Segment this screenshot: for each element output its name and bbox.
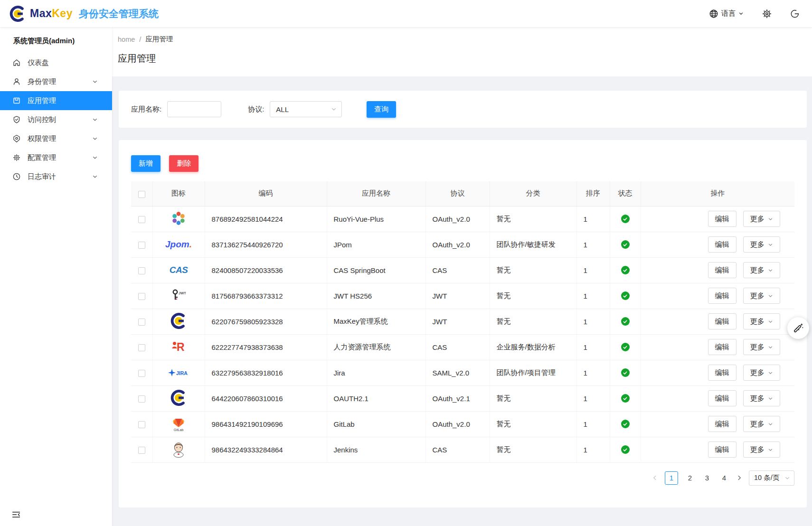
row-checkbox[interactable]: [138, 267, 145, 274]
brand-subtitle: 身份安全管理系统: [79, 7, 159, 20]
edit-button[interactable]: 编辑: [708, 416, 736, 432]
menu-item-icon: [12, 172, 21, 181]
sidebar-menu-item[interactable]: 配置管理: [0, 148, 112, 167]
app-code: 986432249333284864: [205, 437, 327, 462]
app-protocol: CAS: [425, 334, 490, 360]
menu-item-label: 身份管理: [28, 77, 56, 86]
chevron-down-icon: [768, 319, 773, 324]
edit-button[interactable]: 编辑: [708, 390, 736, 406]
row-checkbox[interactable]: [138, 293, 145, 300]
sidebar-menu-item[interactable]: 仪表盘: [0, 53, 112, 72]
more-button[interactable]: 更多: [743, 211, 780, 227]
edit-button[interactable]: 编辑: [708, 262, 736, 278]
edit-button[interactable]: 编辑: [708, 211, 736, 227]
svg-text:JIRA: JIRA: [176, 370, 188, 376]
more-button-label: 更多: [750, 368, 765, 377]
chevron-down-icon: [768, 216, 773, 222]
sidebar-menu-item[interactable]: 访问控制: [0, 110, 112, 129]
more-button-label: 更多: [750, 215, 765, 224]
row-checkbox[interactable]: [138, 242, 145, 249]
sidebar-menu: 仪表盘 身份管理 应用管理 访问控制 权: [0, 53, 112, 186]
app-name-input[interactable]: [167, 101, 221, 117]
edit-button[interactable]: 编辑: [708, 339, 736, 355]
chevron-down-icon: [768, 345, 773, 350]
more-button[interactable]: 更多: [743, 390, 780, 406]
breadcrumb-home-link[interactable]: home: [118, 36, 135, 43]
app-code: 817568793663373312: [205, 283, 327, 309]
menu-item-icon: [12, 134, 21, 143]
topbar: MaxKey 身份安全管理系统 语言: [0, 0, 812, 27]
sidebar-menu-item[interactable]: 应用管理: [0, 91, 112, 110]
more-button[interactable]: 更多: [743, 365, 780, 381]
prev-page-button[interactable]: [652, 475, 658, 481]
row-checkbox[interactable]: [138, 216, 145, 223]
edit-button[interactable]: 编辑: [708, 236, 736, 253]
quick-tools-fab[interactable]: [787, 317, 809, 339]
column-header-status: 状态: [610, 181, 641, 206]
row-checkbox[interactable]: [138, 319, 145, 326]
table-row: JWT 817568793663373312 JWT HS256 JWT 暂无 …: [131, 283, 794, 309]
sidebar-menu-item[interactable]: 日志审计: [0, 167, 112, 186]
language-switcher[interactable]: 语言: [709, 9, 744, 19]
app-protocol: CAS: [425, 257, 490, 283]
status-enabled-icon: [621, 368, 630, 377]
menu-item-label: 仪表盘: [28, 58, 49, 67]
page-number-button[interactable]: 2: [685, 474, 695, 482]
row-checkbox[interactable]: [138, 395, 145, 403]
more-button[interactable]: 更多: [743, 262, 780, 278]
app-sort: 1: [576, 411, 610, 437]
more-button[interactable]: 更多: [743, 339, 780, 355]
svg-text:GitLab: GitLab: [174, 428, 184, 432]
row-checkbox[interactable]: [138, 421, 145, 428]
sidebar-collapse-button[interactable]: [11, 510, 21, 519]
add-button[interactable]: 新增: [131, 155, 161, 172]
search-button[interactable]: 查询: [367, 101, 396, 118]
logout-button[interactable]: [790, 9, 800, 19]
status-enabled-icon: [621, 317, 630, 326]
app-name: JPom: [327, 232, 425, 257]
delete-button[interactable]: 删除: [169, 155, 198, 172]
page-number-button[interactable]: 3: [702, 474, 712, 482]
page-number-button[interactable]: 4: [719, 474, 729, 482]
page-size-select[interactable]: 10 条/页: [749, 470, 794, 486]
more-button[interactable]: 更多: [743, 416, 780, 432]
chevron-down-icon: [768, 268, 773, 273]
table-row: CAS 824008507220033536 CAS SpringBoot CA…: [131, 257, 794, 283]
menu-item-label: 日志审计: [28, 172, 56, 181]
row-checkbox[interactable]: [138, 344, 145, 351]
table-row: Jpom. 837136275440926720 JPom OAuth_v2.0…: [131, 232, 794, 257]
edit-button[interactable]: 编辑: [708, 288, 736, 304]
chevron-down-icon: [768, 447, 773, 452]
app-category: 暂无: [490, 437, 576, 462]
table-header: 图标 编码 应用名称 协议 分类 排序 状态 操作: [131, 181, 794, 206]
row-checkbox[interactable]: [138, 370, 145, 377]
chevron-down-icon: [92, 79, 98, 85]
globe-icon: [709, 9, 718, 19]
sidebar-menu-item[interactable]: 权限管理: [0, 129, 112, 148]
more-button-label: 更多: [750, 317, 765, 326]
protocol-select[interactable]: ALL: [270, 101, 342, 117]
edit-button[interactable]: 编辑: [708, 313, 736, 329]
more-button-label: 更多: [750, 240, 765, 249]
next-page-button[interactable]: [736, 475, 742, 481]
edit-button[interactable]: 编辑: [708, 365, 736, 381]
more-button[interactable]: 更多: [743, 313, 780, 329]
column-header-code: 编码: [205, 181, 327, 206]
row-checkbox[interactable]: [138, 447, 145, 454]
app-sort: 1: [576, 206, 610, 232]
sidebar: 系统管理员(admin) 仪表盘 身份管理 应用管理 访问控: [0, 27, 112, 526]
settings-button[interactable]: [762, 9, 772, 19]
more-button[interactable]: 更多: [743, 288, 780, 304]
page-number-button[interactable]: 1: [665, 471, 678, 485]
more-button[interactable]: 更多: [743, 441, 780, 458]
more-button[interactable]: 更多: [743, 236, 780, 253]
app-sort: 1: [576, 232, 610, 257]
sidebar-menu-item[interactable]: 身份管理: [0, 72, 112, 91]
more-button-label: 更多: [750, 445, 765, 454]
menu-item-label: 配置管理: [28, 153, 56, 162]
menu-item-icon: [12, 115, 21, 124]
edit-button[interactable]: 编辑: [708, 441, 736, 458]
select-all-checkbox[interactable]: [138, 191, 145, 198]
app-protocol: SAML_v2.0: [425, 360, 490, 385]
app-logo: JWT: [170, 287, 187, 304]
